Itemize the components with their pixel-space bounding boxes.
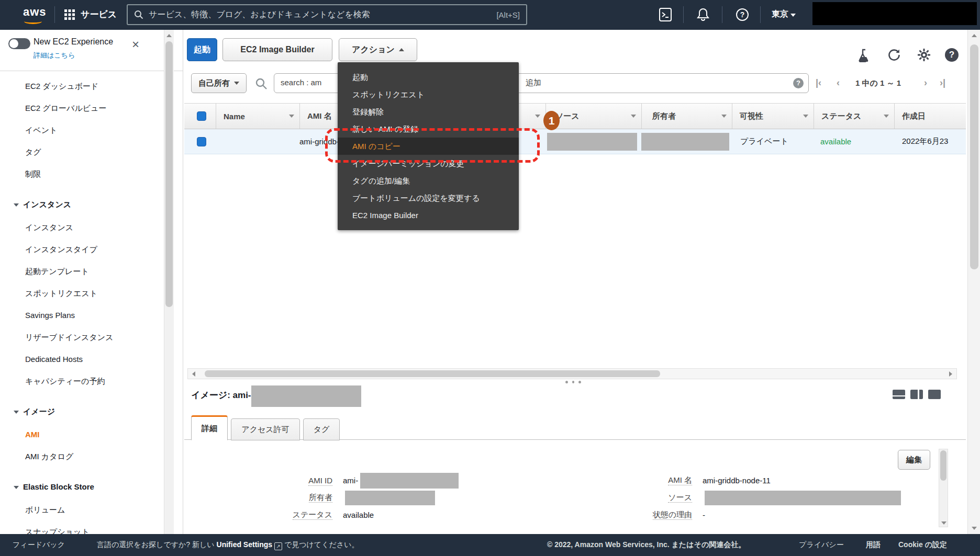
pagination-status: 1 中の 1 ～ 1 — [855, 78, 901, 88]
main-scrollbar[interactable] — [967, 30, 980, 534]
launch-button[interactable]: 起動 — [187, 38, 217, 61]
sidebar-item-limits[interactable]: 制限 — [0, 163, 163, 185]
edit-button[interactable]: 編集 — [898, 450, 930, 470]
services-grid-icon[interactable] — [64, 9, 75, 22]
panel-resize-handle[interactable] — [565, 381, 581, 383]
layout-bottom-pane-icon[interactable] — [893, 390, 905, 399]
sort-caret-icon — [535, 115, 540, 118]
column-header-visibility[interactable]: 可視性 — [732, 104, 814, 129]
filter-help-icon[interactable]: ? — [793, 78, 804, 88]
feedback-link[interactable]: フィードバック — [13, 540, 65, 550]
tab-permissions[interactable]: アクセス許可 — [231, 418, 300, 440]
pagination-last-icon[interactable]: ›| — [940, 77, 945, 88]
menu-item-add-edit-tags[interactable]: タグの追加/編集 — [338, 172, 519, 189]
divider — [760, 6, 761, 23]
new-experience-toggle[interactable] — [8, 38, 30, 49]
sidebar-item-dedicated-hosts[interactable]: Dedicated Hosts — [0, 348, 163, 370]
tab-details[interactable]: 詳細 — [191, 415, 228, 440]
menu-item-launch[interactable]: 起動 — [338, 69, 519, 86]
caret-down-icon — [234, 82, 239, 85]
sidebar-item-capacity-reservations[interactable]: キャパシティーの予約 — [0, 370, 163, 392]
row-visibility-cell: プライベート — [732, 129, 814, 154]
settings-gear-icon[interactable] — [917, 48, 931, 64]
menu-item-deregister[interactable]: 登録解除 — [338, 103, 519, 120]
sidebar-item-volumes[interactable]: ボリューム — [0, 499, 163, 521]
ami-table-header: Name AMI 名 ソース 所有者 可視性 ステータス 作成日 — [184, 103, 966, 129]
annotation-highlight-box — [325, 128, 540, 163]
privacy-link[interactable]: プライバシー — [799, 540, 844, 550]
unified-settings-link[interactable]: Unified Settings — [217, 540, 273, 549]
scrollbar-thumb[interactable] — [940, 450, 946, 481]
sidebar-scrollbar[interactable] — [164, 30, 174, 534]
refresh-icon[interactable] — [887, 48, 901, 64]
column-header-created[interactable]: 作成日 — [894, 104, 966, 129]
sidebar-item-ec2-dashboard[interactable]: EC2 ダッシュボード — [0, 75, 163, 97]
ami-table-row[interactable]: ami-griddb-node-11 プライベート available 2022… — [184, 129, 966, 154]
sidebar-item-tags[interactable]: タグ — [0, 141, 163, 163]
services-menu[interactable]: サービス — [81, 8, 117, 20]
aws-logo[interactable]: aws — [23, 5, 47, 19]
global-search-input[interactable]: サービス、特徴、ブログ、およびドキュメントなどを検索 [Alt+S] — [127, 4, 527, 25]
column-header-status[interactable]: ステータス — [814, 104, 894, 129]
sidebar-item-ec2-global-view[interactable]: EC2 グローバルビュー — [0, 97, 163, 119]
cookie-settings-link[interactable]: Cookie の設定 — [898, 540, 947, 550]
toggle-knob — [9, 39, 18, 48]
sidebar-item-spot-requests[interactable]: スポットリクエスト — [0, 282, 163, 304]
detail-tabs: 詳細 アクセス許可 タグ — [191, 415, 340, 440]
column-header-owner[interactable]: 所有者 — [641, 104, 732, 129]
detail-scrollbar[interactable] — [939, 449, 948, 527]
select-all-checkbox[interactable] — [197, 111, 206, 121]
sidebar-item-events[interactable]: イベント — [0, 119, 163, 141]
column-header-source[interactable]: ソース — [545, 104, 641, 129]
sidebar-item-savings-plans[interactable]: Savings Plans — [0, 304, 163, 326]
scroll-left-icon[interactable] — [192, 371, 195, 377]
ec2-image-builder-button[interactable]: EC2 Image Builder — [222, 38, 332, 61]
sidebar-section-images[interactable]: イメージ — [0, 400, 163, 424]
sidebar-item-ami-catalog[interactable]: AMI カタログ — [0, 446, 163, 468]
scroll-right-icon[interactable] — [949, 371, 952, 377]
scroll-up-icon[interactable] — [166, 34, 172, 37]
ownership-filter-dropdown[interactable]: 自己所有 — [191, 73, 247, 93]
aws-logo-smile — [24, 19, 42, 24]
cloudshell-icon[interactable] — [659, 7, 672, 24]
sidebar-item-instances[interactable]: インスタンス — [0, 217, 163, 239]
terms-link[interactable]: 用語 — [866, 540, 881, 550]
scroll-up-icon[interactable] — [972, 34, 977, 37]
sidebar-item-launch-templates[interactable]: 起動テンプレート — [0, 260, 163, 282]
menu-item-modify-boot-volume[interactable]: ブートボリュームの設定を変更する — [338, 189, 519, 207]
sidebar-item-instance-types[interactable]: インスタンスタイプ — [0, 239, 163, 260]
row-checkbox[interactable] — [197, 137, 206, 146]
help-circle-icon[interactable]: ? — [945, 48, 959, 62]
scroll-down-icon[interactable] — [941, 521, 946, 525]
menu-item-ec2-image-builder[interactable]: EC2 Image Builder — [338, 207, 519, 224]
scrollbar-thumb[interactable] — [205, 370, 660, 377]
sort-caret-icon — [884, 115, 889, 118]
pagination-prev-icon[interactable]: ‹ — [837, 77, 840, 88]
pagination-next-icon[interactable]: › — [924, 77, 927, 88]
caret-up-icon — [399, 48, 404, 51]
sidebar-section-instances[interactable]: インスタンス — [0, 192, 163, 217]
region-selector[interactable]: 東京 — [772, 9, 796, 20]
sidebar-item-ami[interactable]: AMI — [0, 424, 163, 446]
experiments-flask-icon[interactable] — [858, 49, 870, 64]
help-icon[interactable]: ? — [735, 7, 750, 24]
layout-full-pane-icon[interactable] — [928, 390, 941, 399]
sidebar-section-ebs[interactable]: Elastic Block Store — [0, 475, 163, 499]
actions-button[interactable]: アクション — [339, 38, 417, 61]
sidebar-item-snapshots[interactable]: スナップショット — [0, 521, 163, 534]
pagination-first-icon[interactable]: |‹ — [816, 77, 821, 88]
row-owner-cell — [641, 129, 732, 154]
learn-more-link[interactable]: 詳細はこちら — [34, 51, 75, 60]
notifications-bell-icon[interactable] — [696, 7, 710, 24]
table-horizontal-scrollbar[interactable] — [187, 368, 957, 379]
scroll-down-icon[interactable] — [972, 527, 977, 530]
tab-tags[interactable]: タグ — [303, 418, 340, 440]
sidebar-item-reserved-instances[interactable]: リザーブドインスタンス — [0, 326, 163, 348]
scrollbar-thumb[interactable] — [165, 41, 173, 307]
column-header-name[interactable]: Name — [216, 104, 299, 129]
external-link-icon: ↗ — [274, 542, 282, 550]
close-icon[interactable]: × — [132, 38, 139, 51]
menu-item-spot-request[interactable]: スポットリクエスト — [338, 86, 519, 103]
scrollbar-thumb[interactable] — [970, 44, 978, 269]
layout-side-pane-icon[interactable] — [910, 390, 923, 399]
